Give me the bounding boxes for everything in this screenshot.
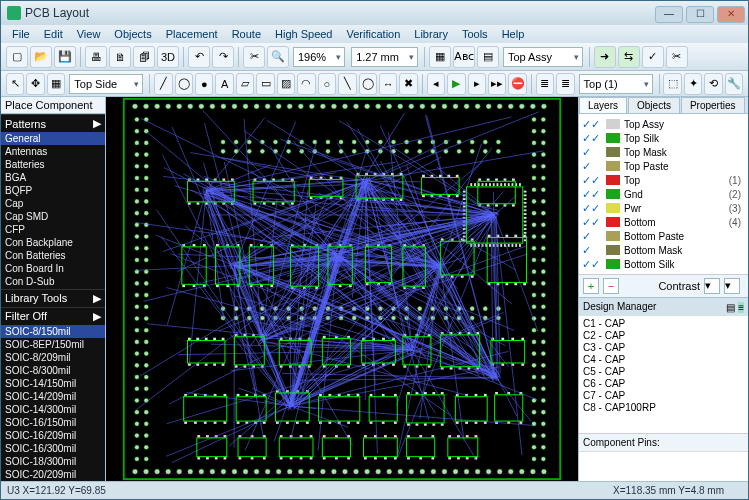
dm-comp-button[interactable]: ▤ xyxy=(726,302,735,313)
redo-icon[interactable]: ↷ xyxy=(212,46,234,68)
footprint-item[interactable]: SOIC-20/209mil xyxy=(1,468,105,481)
layer-check-icon[interactable]: ✓✓ xyxy=(582,132,602,145)
layer-check-icon[interactable]: ✓ xyxy=(582,244,602,257)
footprint-item[interactable]: SOIC-14/209mil xyxy=(1,390,105,403)
layer-row[interactable]: ✓✓Bottom(4) xyxy=(582,215,745,229)
preview-icon[interactable]: 🗎 xyxy=(109,46,131,68)
menu-view[interactable]: View xyxy=(70,27,108,41)
tab-layers[interactable]: Layers xyxy=(579,97,627,113)
category-item[interactable]: Con D-Sub xyxy=(1,275,105,288)
goend-icon[interactable]: ▸▸ xyxy=(488,73,506,95)
close-button[interactable]: ✕ xyxy=(717,6,745,23)
category-item[interactable]: Cap xyxy=(1,197,105,210)
snap-icon[interactable]: ▦ xyxy=(429,46,451,68)
layer-check-icon[interactable]: ✓✓ xyxy=(582,216,602,229)
menu-placement[interactable]: Placement xyxy=(159,27,225,41)
dm-item[interactable]: C2 - CAP xyxy=(583,330,744,342)
category-item[interactable]: Con Batteries xyxy=(1,249,105,262)
pcb-canvas[interactable] xyxy=(106,97,578,481)
menu-objects[interactable]: Objects xyxy=(107,27,158,41)
ellipse-icon[interactable]: ◯ xyxy=(359,73,377,95)
layer-row[interactable]: ✓Bottom Mask xyxy=(582,243,745,257)
3d-button[interactable]: 3D xyxy=(157,46,179,68)
save-icon[interactable]: 💾 xyxy=(54,46,76,68)
tab-objects[interactable]: Objects xyxy=(628,97,680,113)
layer-row[interactable]: ✓Top Paste xyxy=(582,159,745,173)
layer-check-icon[interactable]: ✓ xyxy=(582,160,602,173)
print-icon[interactable]: 🖶 xyxy=(85,46,107,68)
layer-swatch[interactable] xyxy=(606,133,620,143)
add-layer-button[interactable]: + xyxy=(583,278,599,294)
dm-net-button[interactable]: ≡ xyxy=(738,302,744,313)
broom-icon[interactable]: ⟲ xyxy=(704,73,722,95)
arc-icon[interactable]: ◠ xyxy=(297,73,315,95)
menu-verification[interactable]: Verification xyxy=(340,27,408,41)
wrench-icon[interactable]: 🔧 xyxy=(725,73,743,95)
footprint-item[interactable]: SOIC-8/209mil xyxy=(1,351,105,364)
line-icon[interactable]: ╲ xyxy=(338,73,356,95)
units-combo[interactable]: 1.27 mm xyxy=(351,47,418,67)
layer-check-icon[interactable]: ✓✓ xyxy=(582,174,602,187)
layer-row[interactable]: ✓✓Top Silk xyxy=(582,131,745,145)
layer-swatch[interactable] xyxy=(606,231,620,241)
layer-row[interactable]: ✓✓Pwr(3) xyxy=(582,201,745,215)
goleft-icon[interactable]: ◂ xyxy=(427,73,445,95)
dm-item[interactable]: C1 - CAP xyxy=(583,318,744,330)
circle-icon[interactable]: ○ xyxy=(318,73,336,95)
fill-icon[interactable]: ▨ xyxy=(277,73,295,95)
goright-icon[interactable]: ▸ xyxy=(468,73,486,95)
stack2-icon[interactable]: ≣ xyxy=(556,73,574,95)
footprint-item[interactable]: SOIC-14/150mil xyxy=(1,377,105,390)
layer-swatch[interactable] xyxy=(606,147,620,157)
poly-icon[interactable]: ▱ xyxy=(236,73,254,95)
contrast-button[interactable]: ▾ xyxy=(704,278,720,294)
dm-item[interactable]: C3 - CAP xyxy=(583,342,744,354)
layer-swatch[interactable] xyxy=(606,259,620,269)
menu-edit[interactable]: Edit xyxy=(37,27,70,41)
category-item[interactable]: Antennas xyxy=(1,145,105,158)
undo-icon[interactable]: ↶ xyxy=(188,46,210,68)
cut-icon[interactable]: ✂ xyxy=(243,46,265,68)
layer-row[interactable]: ✓Bottom Paste xyxy=(582,229,745,243)
route-icon[interactable]: ╱ xyxy=(154,73,172,95)
dm-item[interactable]: C6 - CAP xyxy=(583,378,744,390)
layer-swatch[interactable] xyxy=(606,189,620,199)
dim-icon[interactable]: ↔ xyxy=(379,73,397,95)
pan-icon[interactable]: ✥ xyxy=(26,73,44,95)
layer-swatch[interactable] xyxy=(606,217,620,227)
layer-row[interactable]: ✓Top Mask xyxy=(582,145,745,159)
layer-check-icon[interactable]: ✓✓ xyxy=(582,202,602,215)
footprint-item[interactable]: SOIC-16/209mil xyxy=(1,429,105,442)
pick-icon[interactable]: ⬚ xyxy=(663,73,681,95)
filter-off-head[interactable]: Filter Off▶ xyxy=(1,307,105,325)
layer-check-icon[interactable]: ✓✓ xyxy=(582,118,602,131)
category-item[interactable]: CFP xyxy=(1,223,105,236)
cursor-icon[interactable]: ↖ xyxy=(6,73,24,95)
category-item[interactable]: BGA xyxy=(1,171,105,184)
dm-item[interactable]: C8 - CAP100RP xyxy=(583,402,744,414)
grid-icon[interactable]: ▦ xyxy=(47,73,65,95)
category-item[interactable]: Con Board In xyxy=(1,262,105,275)
footprint-item[interactable]: SOIC-14/300mil xyxy=(1,403,105,416)
category-item[interactable]: BQFP xyxy=(1,184,105,197)
layer-check-icon[interactable]: ✓ xyxy=(582,230,602,243)
stack-icon[interactable]: ≣ xyxy=(536,73,554,95)
stop-icon[interactable]: ⛔ xyxy=(508,73,526,95)
via-icon[interactable]: ◯ xyxy=(175,73,193,95)
footprint-item[interactable]: SOIC-18/300mil xyxy=(1,455,105,468)
export-icon[interactable]: ➜ xyxy=(594,46,616,68)
layer-swatch[interactable] xyxy=(606,161,620,171)
tab-properties[interactable]: Properties xyxy=(681,97,745,113)
layer-check-icon[interactable]: ✓✓ xyxy=(582,188,602,201)
rect-icon[interactable]: ▭ xyxy=(256,73,274,95)
layer-row[interactable]: ✓✓Bottom Silk xyxy=(582,257,745,271)
maximize-button[interactable]: ☐ xyxy=(686,6,714,23)
drc-icon[interactable]: ✓ xyxy=(642,46,664,68)
category-item[interactable]: Batteries xyxy=(1,158,105,171)
play-icon[interactable]: ▶ xyxy=(447,73,465,95)
layer-swatch[interactable] xyxy=(606,203,620,213)
dm-item[interactable]: C7 - CAP xyxy=(583,390,744,402)
footprint-item[interactable]: SOIC-16/150mil xyxy=(1,416,105,429)
patterns-head[interactable]: Patterns▶ xyxy=(1,114,105,132)
new-icon[interactable]: ▢ xyxy=(6,46,28,68)
